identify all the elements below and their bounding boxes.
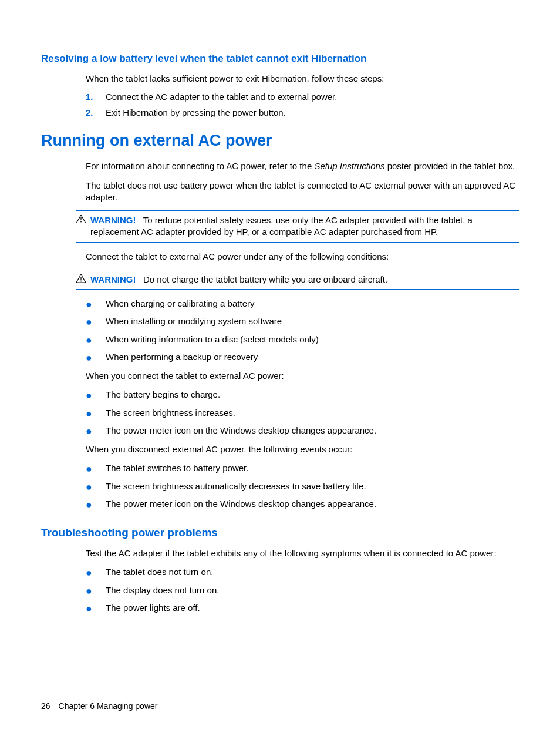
heading-troubleshooting: Troubleshooting power problems xyxy=(41,526,519,539)
ac-para4: When you connect the tablet to external … xyxy=(86,370,519,382)
svg-point-1 xyxy=(80,221,82,223)
bullet-text: The power meter icon on the Windows desk… xyxy=(106,425,519,436)
connected-list: ●The battery begins to charge. ●The scre… xyxy=(86,389,519,436)
warning-icon xyxy=(76,214,87,225)
bullet-icon: ● xyxy=(86,425,106,436)
ac-para2: The tablet does not use battery power wh… xyxy=(86,180,519,204)
bullet-text: The power lights are off. xyxy=(106,602,519,614)
bullet-icon: ● xyxy=(86,566,106,578)
list-item: ●The screen brightness increases. xyxy=(86,407,519,419)
bullet-icon: ● xyxy=(86,407,106,419)
warning-box-2: WARNING! Do not charge the tablet batter… xyxy=(76,270,519,290)
troubleshooting-intro: Test the AC adapter if the tablet exhibi… xyxy=(86,547,519,559)
list-item: ●The power meter icon on the Windows des… xyxy=(86,425,519,436)
list-item: ●When performing a backup or recovery xyxy=(86,351,519,363)
setup-instructions-italic: Setup Instructions xyxy=(314,161,384,171)
list-item: ●The tablet does not turn on. xyxy=(86,566,519,578)
heading-ac-power: Running on external AC power xyxy=(41,132,519,150)
ac-para5: When you disconnect external AC power, t… xyxy=(86,443,519,455)
step-text: Exit Hibernation by pressing the power b… xyxy=(106,107,519,117)
bullet-text: The screen brightness automatically decr… xyxy=(106,480,519,492)
warning-icon xyxy=(76,274,87,284)
bullet-icon: ● xyxy=(86,389,106,401)
bullet-text: When performing a backup or recovery xyxy=(106,351,519,363)
text-fragment: poster provided in the tablet box. xyxy=(384,161,515,171)
list-item: ●The power lights are off. xyxy=(86,602,519,614)
list-item: ●The tablet switches to battery power. xyxy=(86,462,519,474)
intro-hibernation: When the tablet lacks sufficient power t… xyxy=(86,73,519,85)
step-number: 1. xyxy=(86,92,106,102)
page-footer: 26Chapter 6 Managing power xyxy=(41,701,157,711)
step-number: 2. xyxy=(86,107,106,117)
bullet-icon: ● xyxy=(86,315,106,327)
warning-box-1: WARNING! To reduce potential safety issu… xyxy=(76,210,519,243)
bullet-icon: ● xyxy=(86,462,106,474)
bullet-icon: ● xyxy=(86,480,106,492)
list-item: ●When writing information to a disc (sel… xyxy=(86,334,519,345)
warning-body: WARNING! Do not charge the tablet batter… xyxy=(90,274,519,285)
bullet-icon: ● xyxy=(86,334,106,345)
disconnected-list: ●The tablet switches to battery power. ●… xyxy=(86,462,519,510)
list-item: ●When installing or modifying system sof… xyxy=(86,315,519,327)
bullet-text: When charging or calibrating a battery xyxy=(106,298,519,310)
bullet-text: When installing or modifying system soft… xyxy=(106,315,519,327)
bullet-icon: ● xyxy=(86,584,106,596)
bullet-text: When writing information to a disc (sele… xyxy=(106,334,519,345)
bullet-text: The power meter icon on the Windows desk… xyxy=(106,498,519,510)
warning-text: Do not charge the tablet battery while y… xyxy=(143,274,387,284)
bullet-text: The screen brightness increases. xyxy=(106,407,519,419)
list-item: ●The power meter icon on the Windows des… xyxy=(86,498,519,510)
bullet-icon: ● xyxy=(86,602,106,614)
list-item: ●The battery begins to charge. xyxy=(86,389,519,401)
text-fragment: For information about connecting to AC p… xyxy=(86,161,314,171)
chapter-label: Chapter 6 Managing power xyxy=(59,701,158,711)
list-item: ●When charging or calibrating a battery xyxy=(86,298,519,310)
step-item: 2. Exit Hibernation by pressing the powe… xyxy=(86,107,519,117)
steps-hibernation: 1. Connect the AC adapter to the tablet … xyxy=(86,92,519,117)
bullet-text: The tablet switches to battery power. xyxy=(106,462,519,474)
step-item: 1. Connect the AC adapter to the tablet … xyxy=(86,92,519,102)
svg-point-3 xyxy=(80,280,82,281)
page-number: 26 xyxy=(41,701,50,711)
warning-label: WARNING! xyxy=(90,274,136,284)
conditions-list: ●When charging or calibrating a battery … xyxy=(86,298,519,363)
heading-hibernation: Resolving a low battery level when the t… xyxy=(41,53,519,65)
bullet-text: The display does not turn on. xyxy=(106,584,519,596)
bullet-icon: ● xyxy=(86,351,106,363)
symptoms-list: ●The tablet does not turn on. ●The displ… xyxy=(86,566,519,614)
step-text: Connect the AC adapter to the tablet and… xyxy=(106,92,519,102)
bullet-icon: ● xyxy=(86,498,106,510)
warning-text: To reduce potential safety issues, use o… xyxy=(90,215,473,237)
ac-para1: For information about connecting to AC p… xyxy=(86,160,519,172)
list-item: ●The screen brightness automatically dec… xyxy=(86,480,519,492)
list-item: ●The display does not turn on. xyxy=(86,584,519,596)
ac-para3: Connect the tablet to external AC power … xyxy=(86,251,519,263)
warning-label: WARNING! xyxy=(90,215,136,225)
bullet-text: The tablet does not turn on. xyxy=(106,566,519,578)
warning-body: WARNING! To reduce potential safety issu… xyxy=(90,214,519,238)
bullet-text: The battery begins to charge. xyxy=(106,389,519,401)
bullet-icon: ● xyxy=(86,298,106,310)
